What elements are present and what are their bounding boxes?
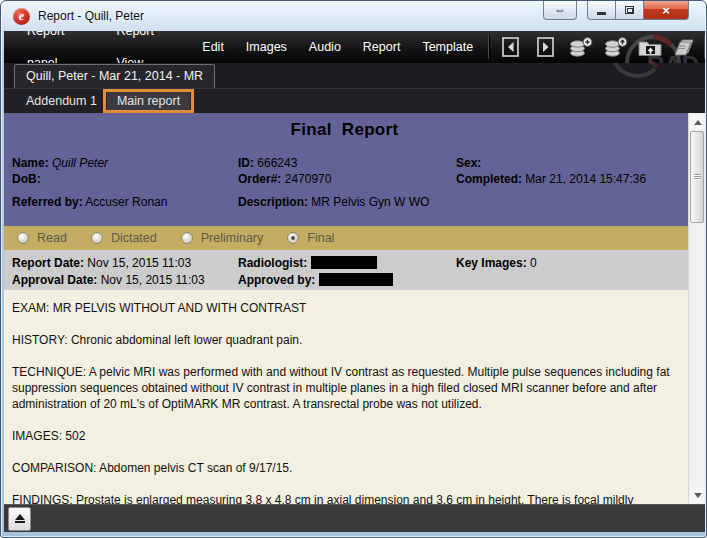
minimize-icon [597,12,606,15]
patient-id: ID: 666243 [238,155,456,171]
radio-dictated-circle [91,232,103,244]
toolbar [497,34,698,60]
toolbar-separator [704,35,705,59]
radio-dictated[interactable]: Dictated [91,231,157,245]
empty-cell [456,194,705,210]
tab-addendum-1[interactable]: Addendum 1 [16,92,107,110]
report-book-icon[interactable] [672,34,698,60]
radio-read[interactable]: Read [17,231,67,245]
scroll-up-button[interactable] [690,114,705,130]
exam-paragraph: EXAM: MR PELVIS WITHOUT AND WITH CONTRAS… [12,300,679,316]
patient-sex: Sex: [456,155,705,171]
patient-dob: DoB: [12,171,238,187]
radio-preliminary[interactable]: Preliminary [181,231,264,245]
tab-main-report-label: Main report [117,94,180,108]
scrollbar-grip [694,174,701,180]
report-subtab-strip: Addendum 1 Main report [4,89,705,113]
menu-report[interactable]: Report [352,31,412,63]
comparison-paragraph: COMPARISON: Abdomen pelvis CT scan of 9/… [12,460,679,476]
patient-info-grid: Name: Quill Peter ID: 666243 Sex: DoB: O… [4,155,705,210]
title-bar[interactable]: e Report - Quill, Peter ⇔ × [4,1,703,31]
study-tab-strip: Quill, Peter - Mar 21, 2014 - MR [4,63,705,89]
referred-by: Referred by: Accuser Ronan [12,194,238,210]
approved-by: Approved by: [238,272,456,289]
redacted-radiologist-name [311,256,377,269]
key-images: Key Images: 0 [456,255,705,272]
audio-add-icon[interactable] [567,34,593,60]
collapse-panel-button[interactable] [8,507,31,531]
open-study-folder-icon[interactable] [637,34,663,60]
approval-date: Approval Date: Nov 15, 2015 11:03 [12,272,238,289]
menu-edit[interactable]: Edit [191,31,235,63]
images-paragraph: IMAGES: 502 [12,428,679,444]
technique-paragraph: TECHNIQUE: A pelvic MRI was performed wi… [12,364,679,412]
scroll-up-icon [694,120,702,125]
completed-datetime: Completed: Mar 21, 2014 15:47:36 [456,171,705,187]
erad-watermark-overflow [605,61,675,87]
radio-final-circle-selected [287,232,299,244]
radio-final[interactable]: Final [287,231,334,245]
empty-cell [456,272,705,289]
report-window: e Report - Quill, Peter ⇔ × RAD Report p… [0,0,707,538]
window-title: Report - Quill, Peter [38,9,144,23]
redacted-approved-by-name [319,273,393,286]
report-status-bar: Read Dictated Preliminary Final [4,226,705,250]
menu-audio[interactable]: Audio [298,31,352,63]
radio-read-circle [17,232,29,244]
menu-images[interactable]: Images [235,31,298,63]
vertical-scrollbar[interactable] [688,113,705,504]
restore-icon [625,6,634,14]
history-paragraph: HISTORY: Chronic abdominal left lower qu… [12,332,679,348]
report-meta-section: Report Date: Nov 15, 2015 11:03 Radiolog… [4,250,705,290]
close-button[interactable]: × [644,1,689,20]
minimize-button[interactable] [587,1,616,20]
menu-bar: RAD Report panel Report View Edit Images… [4,31,705,63]
menu-separator [488,35,489,59]
report-date: Report Date: Nov 15, 2015 11:03 [12,255,238,272]
report-body-text: EXAM: MR PELVIS WITHOUT AND WITH CONTRAS… [4,290,705,504]
findings-paragraph: FINDINGS: Prostate is enlarged measuring… [12,492,679,504]
study-description: Description: MR Pelvis Gyn W WO [238,194,456,210]
scroll-down-icon [694,493,702,498]
tab-main-report[interactable]: Main report [107,92,190,110]
radio-preliminary-circle [181,232,193,244]
audio-export-icon[interactable] [602,34,628,60]
bottom-bar [4,504,705,532]
order-number: Order#: 2470970 [238,171,456,187]
previous-report-icon[interactable] [497,34,523,60]
radiologist: Radiologist: [238,255,456,272]
next-report-icon[interactable] [532,34,558,60]
scrollbar-thumb[interactable] [690,131,704,223]
menu-report-panel[interactable]: Report panel [16,31,105,63]
menu-report-view[interactable]: Report View [105,31,191,63]
report-content-area: Final Report Name: Quill Peter ID: 66624… [4,113,705,504]
report-header-section: Final Report Name: Quill Peter ID: 66624… [4,113,705,226]
eject-icon [15,514,25,520]
patient-name: Name: Quill Peter [12,155,238,171]
restore-button[interactable] [616,1,644,20]
report-status-heading: Final Report [4,113,705,140]
scroll-down-button[interactable] [690,487,705,503]
dock-toggle-button[interactable]: ⇔ [543,1,577,20]
menu-template[interactable]: Template [411,31,484,63]
erad-app-icon: e [13,8,30,25]
tab-study-quill-peter[interactable]: Quill, Peter - Mar 21, 2014 - MR [14,64,215,88]
